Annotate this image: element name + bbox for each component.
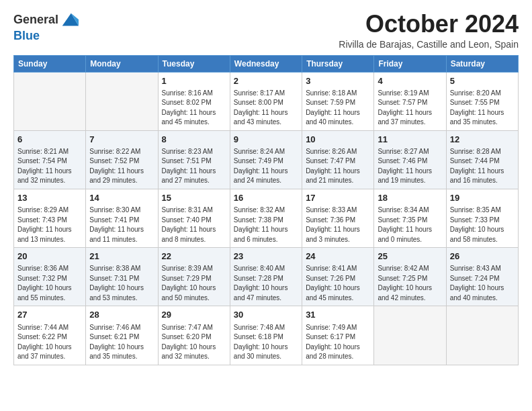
calendar-week-row: 6Sunrise: 8:21 AMSunset: 7:54 PMDaylight…: [14, 130, 519, 189]
calendar-cell: 4Sunrise: 8:19 AMSunset: 7:57 PMDaylight…: [374, 72, 446, 130]
calendar-body: 1Sunrise: 8:16 AMSunset: 8:02 PMDaylight…: [14, 72, 519, 365]
page: General Blue October 2024 Rivilla de Bar…: [0, 0, 532, 411]
logo-blue: Blue: [13, 29, 40, 42]
cell-info: Sunrise: 7:47 AMSunset: 6:20 PMDaylight:…: [162, 323, 226, 362]
calendar-cell: 25Sunrise: 8:42 AMSunset: 7:25 PMDayligh…: [374, 248, 446, 306]
day-number: 20: [17, 250, 82, 263]
day-number: 27: [17, 309, 82, 321]
calendar-cell: 12Sunrise: 8:28 AMSunset: 7:44 PMDayligh…: [446, 130, 518, 189]
calendar: Sunday Monday Tuesday Wednesday Thursday…: [13, 55, 519, 365]
calendar-week-row: 1Sunrise: 8:16 AMSunset: 8:02 PMDaylight…: [14, 72, 519, 130]
calendar-cell: 15Sunrise: 8:31 AMSunset: 7:40 PMDayligh…: [158, 189, 230, 247]
day-number: 1: [162, 75, 226, 87]
header-friday: Friday: [374, 55, 446, 72]
cell-info: Sunrise: 8:24 AMSunset: 7:49 PMDaylight:…: [234, 147, 298, 186]
title-block: October 2024 Rivilla de Barajas, Castill…: [339, 11, 519, 50]
cell-info: Sunrise: 8:18 AMSunset: 7:59 PMDaylight:…: [306, 89, 370, 128]
header-monday: Monday: [86, 55, 158, 72]
cell-info: Sunrise: 8:31 AMSunset: 7:40 PMDaylight:…: [162, 205, 226, 244]
calendar-cell: [446, 306, 518, 365]
day-number: 26: [450, 250, 515, 263]
day-number: 2: [234, 75, 298, 87]
cell-info: Sunrise: 8:26 AMSunset: 7:47 PMDaylight:…: [306, 147, 370, 186]
day-number: 28: [89, 309, 154, 321]
calendar-cell: 24Sunrise: 8:41 AMSunset: 7:26 PMDayligh…: [302, 248, 374, 306]
day-number: 11: [378, 134, 442, 146]
header: General Blue October 2024 Rivilla de Bar…: [13, 11, 519, 50]
calendar-cell: 22Sunrise: 8:39 AMSunset: 7:29 PMDayligh…: [158, 248, 230, 306]
calendar-cell: 7Sunrise: 8:22 AMSunset: 7:52 PMDaylight…: [86, 130, 158, 189]
cell-info: Sunrise: 8:43 AMSunset: 7:24 PMDaylight:…: [450, 264, 515, 303]
day-number: 29: [162, 309, 226, 321]
calendar-cell: [374, 306, 446, 365]
day-number: 23: [234, 250, 298, 263]
calendar-cell: [14, 72, 86, 130]
day-number: 10: [306, 134, 370, 146]
calendar-cell: 21Sunrise: 8:38 AMSunset: 7:31 PMDayligh…: [86, 248, 158, 306]
calendar-cell: 3Sunrise: 8:18 AMSunset: 7:59 PMDaylight…: [302, 72, 374, 130]
calendar-cell: 8Sunrise: 8:23 AMSunset: 7:51 PMDaylight…: [158, 130, 230, 189]
cell-info: Sunrise: 8:17 AMSunset: 8:00 PMDaylight:…: [234, 89, 298, 128]
calendar-cell: 18Sunrise: 8:34 AMSunset: 7:35 PMDayligh…: [374, 189, 446, 247]
calendar-cell: 20Sunrise: 8:36 AMSunset: 7:32 PMDayligh…: [14, 248, 86, 306]
day-number: 7: [89, 134, 154, 146]
cell-info: Sunrise: 7:48 AMSunset: 6:18 PMDaylight:…: [234, 323, 298, 362]
day-number: 21: [89, 250, 154, 263]
header-wednesday: Wednesday: [230, 55, 302, 72]
calendar-cell: 29Sunrise: 7:47 AMSunset: 6:20 PMDayligh…: [158, 306, 230, 365]
cell-info: Sunrise: 8:29 AMSunset: 7:43 PMDaylight:…: [17, 205, 82, 244]
cell-info: Sunrise: 8:30 AMSunset: 7:41 PMDaylight:…: [89, 205, 154, 244]
cell-info: Sunrise: 7:44 AMSunset: 6:22 PMDaylight:…: [17, 323, 82, 362]
cell-info: Sunrise: 8:19 AMSunset: 7:57 PMDaylight:…: [378, 89, 442, 128]
day-number: 3: [306, 75, 370, 87]
calendar-week-row: 13Sunrise: 8:29 AMSunset: 7:43 PMDayligh…: [14, 189, 519, 247]
header-thursday: Thursday: [302, 55, 374, 72]
cell-info: Sunrise: 8:27 AMSunset: 7:46 PMDaylight:…: [378, 147, 442, 186]
header-tuesday: Tuesday: [158, 55, 230, 72]
calendar-header: Sunday Monday Tuesday Wednesday Thursday…: [14, 55, 519, 72]
calendar-cell: 2Sunrise: 8:17 AMSunset: 8:00 PMDaylight…: [230, 72, 302, 130]
calendar-cell: 13Sunrise: 8:29 AMSunset: 7:43 PMDayligh…: [14, 189, 86, 247]
cell-info: Sunrise: 8:42 AMSunset: 7:25 PMDaylight:…: [378, 264, 442, 303]
header-sunday: Sunday: [14, 55, 86, 72]
calendar-cell: 10Sunrise: 8:26 AMSunset: 7:47 PMDayligh…: [302, 130, 374, 189]
cell-info: Sunrise: 8:39 AMSunset: 7:29 PMDaylight:…: [162, 264, 226, 303]
calendar-cell: 26Sunrise: 8:43 AMSunset: 7:24 PMDayligh…: [446, 248, 518, 306]
day-number: 17: [306, 192, 370, 204]
header-saturday: Saturday: [446, 55, 518, 72]
cell-info: Sunrise: 8:21 AMSunset: 7:54 PMDaylight:…: [17, 147, 82, 186]
day-number: 4: [378, 75, 442, 87]
calendar-cell: [86, 72, 158, 130]
month-title: October 2024: [339, 11, 519, 38]
calendar-cell: 30Sunrise: 7:48 AMSunset: 6:18 PMDayligh…: [230, 306, 302, 365]
cell-info: Sunrise: 8:20 AMSunset: 7:55 PMDaylight:…: [450, 89, 515, 128]
cell-info: Sunrise: 8:16 AMSunset: 8:02 PMDaylight:…: [162, 89, 226, 128]
logo: General Blue: [13, 11, 79, 43]
calendar-cell: 19Sunrise: 8:35 AMSunset: 7:33 PMDayligh…: [446, 189, 518, 247]
calendar-cell: 6Sunrise: 8:21 AMSunset: 7:54 PMDaylight…: [14, 130, 86, 189]
calendar-week-row: 20Sunrise: 8:36 AMSunset: 7:32 PMDayligh…: [14, 248, 519, 306]
cell-info: Sunrise: 7:49 AMSunset: 6:17 PMDaylight:…: [306, 323, 370, 362]
calendar-cell: 27Sunrise: 7:44 AMSunset: 6:22 PMDayligh…: [14, 306, 86, 365]
subtitle: Rivilla de Barajas, Castille and Leon, S…: [339, 39, 519, 50]
day-number: 12: [450, 134, 515, 146]
cell-info: Sunrise: 8:32 AMSunset: 7:38 PMDaylight:…: [234, 205, 298, 244]
day-number: 8: [162, 134, 226, 146]
calendar-cell: 17Sunrise: 8:33 AMSunset: 7:36 PMDayligh…: [302, 189, 374, 247]
cell-info: Sunrise: 8:41 AMSunset: 7:26 PMDaylight:…: [306, 264, 370, 303]
calendar-cell: 28Sunrise: 7:46 AMSunset: 6:21 PMDayligh…: [86, 306, 158, 365]
day-number: 19: [450, 192, 515, 204]
cell-info: Sunrise: 8:28 AMSunset: 7:44 PMDaylight:…: [450, 147, 515, 186]
calendar-week-row: 27Sunrise: 7:44 AMSunset: 6:22 PMDayligh…: [14, 306, 519, 365]
cell-info: Sunrise: 8:34 AMSunset: 7:35 PMDaylight:…: [378, 205, 442, 244]
calendar-cell: 9Sunrise: 8:24 AMSunset: 7:49 PMDaylight…: [230, 130, 302, 189]
cell-info: Sunrise: 8:38 AMSunset: 7:31 PMDaylight:…: [89, 264, 154, 303]
cell-info: Sunrise: 7:46 AMSunset: 6:21 PMDaylight:…: [89, 323, 154, 362]
calendar-cell: 31Sunrise: 7:49 AMSunset: 6:17 PMDayligh…: [302, 306, 374, 365]
day-number: 13: [17, 192, 82, 204]
calendar-cell: 1Sunrise: 8:16 AMSunset: 8:02 PMDaylight…: [158, 72, 230, 130]
day-number: 16: [234, 192, 298, 204]
day-number: 5: [450, 75, 515, 87]
calendar-cell: 16Sunrise: 8:32 AMSunset: 7:38 PMDayligh…: [230, 189, 302, 247]
logo-blue-text: Blue: [13, 30, 40, 43]
